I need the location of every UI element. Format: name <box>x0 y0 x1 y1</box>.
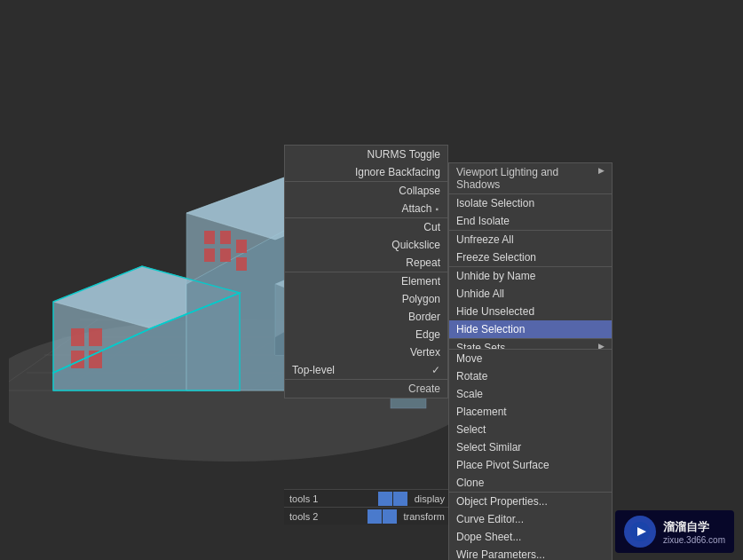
toolbar-row-2: tools 2 transform <box>284 507 448 525</box>
watermark-name: 溜溜自学 <box>663 519 725 535</box>
unhide-by-name-label: Unhide by Name <box>456 270 535 282</box>
menu-item-border[interactable]: Border <box>285 308 447 326</box>
rotate-label: Rotate <box>456 370 487 383</box>
menu-item-select-similar[interactable]: Select Similar <box>449 438 612 456</box>
menu-item-unhide-all[interactable]: Unhide All <box>449 285 612 303</box>
viewport-lighting-label: Viewport Lighting and Shadows <box>456 166 598 191</box>
svg-rect-24 <box>220 231 231 244</box>
toplevel-label: Top-level <box>292 364 335 376</box>
hide-unselected-label: Hide Unselected <box>456 305 534 318</box>
polygon-label: Polygon <box>402 293 440 305</box>
menu-item-vertex[interactable]: Vertex <box>285 343 447 361</box>
display-label: display <box>411 493 448 504</box>
transform-label: transform <box>400 511 448 522</box>
menu-item-freeze-selection[interactable]: Freeze Selection <box>449 248 612 266</box>
menu-item-toplevel[interactable]: Top-level ✓ <box>285 361 447 379</box>
hide-selection-label: Hide Selection <box>456 323 525 335</box>
play-icon <box>629 521 651 542</box>
toolbar1-buttons <box>378 492 407 506</box>
tools1-label: tools 1 <box>284 493 323 504</box>
svg-rect-28 <box>236 257 247 271</box>
menu-item-repeat[interactable]: Repeat <box>285 254 447 272</box>
dope-sheet-label: Dope Sheet... <box>456 531 521 543</box>
quickslice-label: Quickslice <box>391 239 440 251</box>
menu-item-placement[interactable]: Placement <box>449 403 612 421</box>
menu-item-place-pivot[interactable]: Place Pivot Surface <box>449 456 612 474</box>
menu-item-end-isolate[interactable]: End Isolate <box>449 212 612 230</box>
menu-item-hide-selection[interactable]: Hide Selection <box>449 320 612 338</box>
edge-label: Edge <box>415 328 440 341</box>
toolbar2-buttons <box>368 509 397 524</box>
end-isolate-label: End Isolate <box>456 215 510 227</box>
create-section: Create <box>285 379 447 398</box>
menu-item-hide-unselected[interactable]: Hide Unselected <box>449 303 612 320</box>
curve-editor-label: Curve Editor... <box>456 513 524 525</box>
element-label: Element <box>401 275 440 288</box>
toolbars: tools 1 display tools 2 transform <box>284 489 448 525</box>
toolbar1-btn2[interactable] <box>393 492 407 506</box>
menu-item-collapse[interactable]: Collapse <box>285 182 447 200</box>
repeat-label: Repeat <box>406 256 440 269</box>
toolbar2-btn1[interactable] <box>368 509 382 524</box>
svg-rect-26 <box>204 248 215 262</box>
ignore-backfacing-label: Ignore Backfacing <box>355 166 440 178</box>
move-label: Move <box>456 352 482 365</box>
menu-item-edge[interactable]: Edge <box>285 326 447 343</box>
wire-parameters-label: Wire Parameters... <box>456 548 545 560</box>
scale-label: Scale <box>456 388 483 400</box>
cut-label: Cut <box>423 221 440 233</box>
menu-item-move[interactable]: Move <box>449 350 612 367</box>
watermark: 溜溜自学 zixue.3d66.com <box>615 510 734 553</box>
menu-item-select[interactable]: Select <box>449 421 612 438</box>
svg-rect-27 <box>220 248 231 262</box>
freeze-selection-label: Freeze Selection <box>456 251 536 264</box>
menu-item-viewport-lighting[interactable]: Viewport Lighting and Shadows <box>449 163 612 194</box>
select-label: Select <box>456 423 486 436</box>
tools2-label: tools 2 <box>284 511 323 522</box>
menu-item-unhide-by-name[interactable]: Unhide by Name <box>449 267 612 285</box>
watermark-text: 溜溜自学 zixue.3d66.com <box>663 519 725 545</box>
place-pivot-label: Place Pivot Surface <box>456 459 549 471</box>
attach-label: Attach <box>401 202 431 215</box>
menu-item-rotate[interactable]: Rotate <box>449 367 612 385</box>
bottom-context-menu: Move Rotate Scale Placement Select Selec… <box>448 349 613 560</box>
border-label: Border <box>408 311 440 323</box>
menu-item-object-properties[interactable]: Object Properties... <box>449 493 612 510</box>
create-label: Create <box>408 383 440 395</box>
unfreeze-all-label: Unfreeze All <box>456 233 514 246</box>
menu-item-quickslice[interactable]: Quickslice <box>285 236 447 254</box>
unhide-all-label: Unhide All <box>456 288 504 300</box>
menu-item-attach[interactable]: Attach ▪ <box>285 200 447 217</box>
menu-item-element[interactable]: Element <box>285 272 447 290</box>
menu-item-isolate-selection[interactable]: Isolate Selection <box>449 194 612 212</box>
isolate-selection-label: Isolate Selection <box>456 197 534 209</box>
menu-item-ignore-backfacing[interactable]: Ignore Backfacing <box>285 163 447 181</box>
attach-marker: ▪ <box>435 204 439 214</box>
menu-item-dope-sheet[interactable]: Dope Sheet... <box>449 528 612 546</box>
collapse-label: Collapse <box>399 185 440 197</box>
context-menu-left: NURMS Toggle Ignore Backfacing Collapse … <box>284 145 448 398</box>
menu-item-wire-parameters[interactable]: Wire Parameters... <box>449 546 612 560</box>
toolbar2-btn2[interactable] <box>383 509 397 524</box>
menu-item-clone[interactable]: Clone <box>449 474 612 492</box>
svg-rect-25 <box>236 240 247 253</box>
placement-label: Placement <box>456 406 507 418</box>
watermark-url: zixue.3d66.com <box>663 535 725 545</box>
menu-item-scale[interactable]: Scale <box>449 385 612 403</box>
svg-rect-16 <box>71 328 84 346</box>
select-similar-label: Select Similar <box>456 441 521 454</box>
object-properties-label: Object Properties... <box>456 495 548 508</box>
nurms-toggle-label: NURMS Toggle <box>368 148 440 161</box>
menu-item-cut[interactable]: Cut <box>285 218 447 236</box>
menu-item-unfreeze-all[interactable]: Unfreeze All <box>449 231 612 248</box>
svg-rect-23 <box>204 231 215 244</box>
watermark-logo <box>624 516 656 548</box>
vertex-label: Vertex <box>410 346 440 359</box>
menu-item-nurms-toggle[interactable]: NURMS Toggle <box>285 146 447 163</box>
menu-item-curve-editor[interactable]: Curve Editor... <box>449 510 612 528</box>
clone-label: Clone <box>456 477 484 489</box>
toplevel-check: ✓ <box>431 364 440 376</box>
svg-rect-17 <box>89 328 102 346</box>
menu-item-polygon[interactable]: Polygon <box>285 290 447 308</box>
toolbar1-btn1[interactable] <box>378 492 392 506</box>
